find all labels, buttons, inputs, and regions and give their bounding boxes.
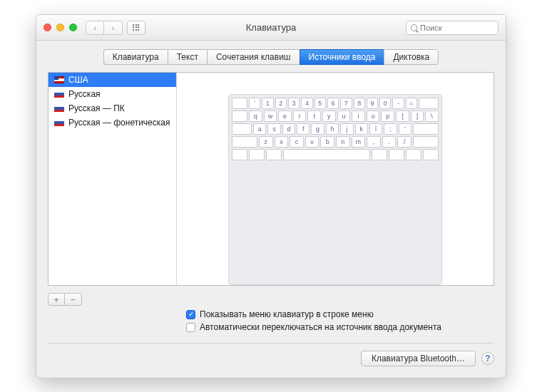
key: k [355,123,368,135]
modifier-key [413,123,439,135]
show-menu-label: Показывать меню клавиатур в строке меню [200,309,374,320]
help-button[interactable]: ? [481,352,494,365]
modifier-key [232,136,257,148]
us-flag-icon [54,76,64,83]
tab-4[interactable]: Диктовка [384,49,439,65]
spacebar-key [283,149,370,160]
key: d [282,123,295,135]
key: h [326,123,339,135]
input-source-label: США [68,75,88,85]
input-source-item[interactable]: Русская — фонетическая [48,115,176,130]
ru-flag-icon [54,105,64,112]
key: ] [411,110,424,122]
key: w [264,110,277,122]
search-field[interactable] [420,24,494,32]
auto-switch-checkbox[interactable] [186,323,195,332]
key: 3 [288,98,300,109]
remove-source-button[interactable]: − [65,293,82,306]
keyboard-row: `1234567890-= [232,98,439,109]
modifier-key [232,98,247,109]
tab-1[interactable]: Текст [168,49,207,65]
modifier-key [232,123,252,135]
bluetooth-keyboard-button[interactable]: Клавиатура Bluetooth… [361,351,476,366]
modifier-key [266,149,282,160]
keyboard-layout: `1234567890-=qwertyuiop[]\asdfghjkl;'zxc… [228,94,442,285]
key: n [336,136,350,148]
key: x [275,136,289,148]
modifier-key [372,149,387,160]
key: . [382,136,397,148]
key: t [307,110,321,122]
key: o [367,110,380,122]
auto-switch-option[interactable]: Автоматически переключаться на источник … [186,321,494,333]
key: v [305,136,319,148]
ru-flag-icon [54,91,64,98]
add-source-button[interactable]: + [48,293,65,306]
key: 7 [340,98,352,109]
forward-button[interactable]: › [104,21,123,35]
keyboard-row: qwertyuiop[]\ [232,110,439,122]
key: 9 [367,98,378,109]
modifier-key [419,98,439,109]
input-source-item[interactable]: США [48,73,176,87]
tab-2[interactable]: Сочетания клавиш [207,49,300,65]
modifier-key [406,149,421,160]
key: [ [396,110,409,122]
search-input[interactable] [406,21,498,35]
key: ' [399,123,411,135]
keyboard-row [232,149,439,160]
key: c [290,136,304,148]
key: f [297,123,310,135]
input-source-label: Русская [68,89,101,99]
ru-flag-icon [54,119,64,126]
key: i [352,110,365,122]
key: , [367,136,381,148]
nav-buttons: ‹ › [86,21,123,35]
key: 5 [315,98,326,109]
modifier-key [249,149,265,160]
back-button[interactable]: ‹ [86,21,104,35]
key: y [322,110,336,122]
input-source-item[interactable]: Русская [48,87,176,101]
key: 1 [262,98,273,109]
add-remove-row: + − [48,293,494,306]
modifier-key [389,149,404,160]
close-icon[interactable] [44,24,51,31]
key: 0 [379,98,391,109]
input-source-item[interactable]: Русская — ПК [48,101,176,115]
key: 6 [327,98,339,109]
key: u [337,110,351,122]
key: g [311,123,324,135]
preferences-window: ‹ › Клавиатура КлавиатураТекстСочетания … [36,14,506,378]
key: z [259,136,273,148]
key: r [293,110,307,122]
show-menu-checkbox[interactable] [186,310,195,319]
key: p [381,110,394,122]
tab-3[interactable]: Источники ввода [300,49,384,65]
add-remove-group: + − [48,293,82,306]
input-source-label: Русская — фонетическая [68,118,170,128]
tab-0[interactable]: Клавиатура [103,49,168,65]
key: \ [425,110,439,122]
show-menu-option[interactable]: Показывать меню клавиатур в строке меню [186,309,494,320]
key: ` [249,98,260,109]
key: j [340,123,353,135]
key: a [253,123,266,135]
key: ; [384,123,397,135]
minimize-icon[interactable] [56,24,64,31]
options: Показывать меню клавиатур в строке меню … [48,309,494,333]
key: s [267,123,280,135]
titlebar: ‹ › Клавиатура [36,15,506,41]
keyboard-preview: `1234567890-=qwertyuiop[]\asdfghjkl;'zxc… [177,73,494,285]
grid-icon [133,24,140,31]
zoom-icon[interactable] [69,24,77,31]
keyboard-row: zxcvbnm,./ [232,136,439,148]
key: 4 [301,98,312,109]
tabs: КлавиатураТекстСочетания клавишИсточники… [103,49,439,65]
modifier-key [232,149,247,160]
window-controls [44,24,77,31]
auto-switch-label: Автоматически переключаться на источник … [200,321,441,333]
show-all-button[interactable] [127,21,145,35]
modifier-key [232,110,247,122]
key: 2 [275,98,287,109]
